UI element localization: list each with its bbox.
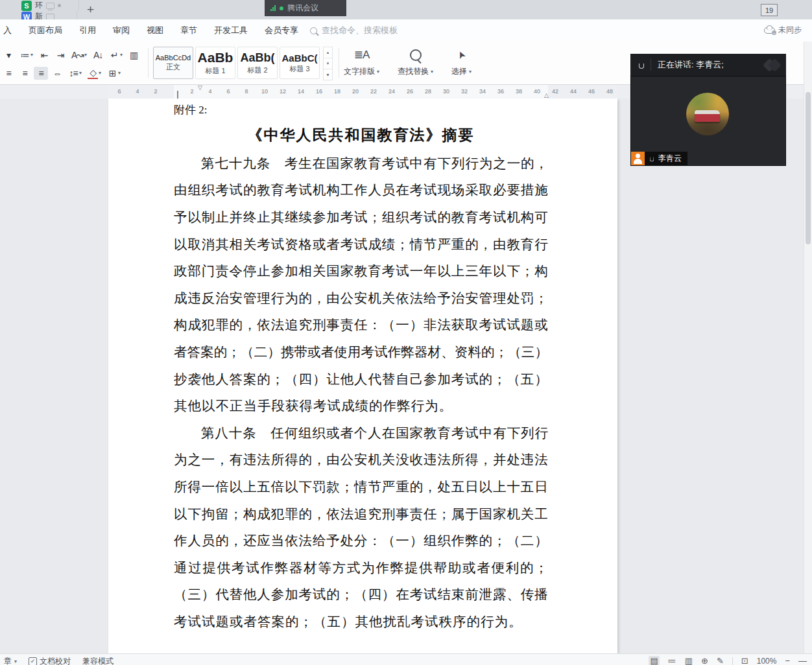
toolbar-button[interactable]: ≔ ▾ (18, 49, 35, 62)
more-fragment-icon: ▾ (3, 50, 14, 60)
style-sample: AaBbC( (282, 52, 318, 64)
gallery-arrow-icon[interactable]: ▼ (323, 69, 333, 80)
toolbar-button[interactable]: ▥ ▾ (126, 49, 141, 62)
ruler-tick-label: 18 (328, 85, 346, 99)
zoom-level[interactable]: 100% (757, 657, 777, 665)
toolbar-button[interactable]: ↵ ▾ (107, 49, 125, 62)
divider (732, 657, 733, 665)
ruler-tick-label: 12 (274, 85, 292, 99)
toolbar-button[interactable]: ≡ ▾ (1, 67, 16, 80)
ruler-tick-label: 6 (219, 85, 237, 99)
compatibility-mode: 兼容模式 (82, 656, 113, 665)
new-tab-button[interactable]: + (79, 0, 102, 19)
document-page[interactable]: 附件 2: 《中华人民共和国教育法》摘要 第七十九条 考生在国家教育考试中有下列… (108, 99, 617, 653)
menu-item[interactable]: 开发工具 (214, 25, 248, 36)
toolbar-button[interactable]: ▾ ▾ (1, 49, 16, 62)
document-canvas[interactable]: 附件 2: 《中华人民共和国教育法》摘要 第七十九条 考生在国家教育考试中有下列… (0, 99, 804, 653)
toolbar-button[interactable]: ≡ ▾ (18, 67, 32, 80)
ruler-tick-label: 20 (346, 85, 364, 99)
toolbar-button[interactable]: A↝ ▾ (69, 49, 89, 62)
fit-page-icon[interactable]: ⊡ (741, 656, 748, 665)
chevron-down-icon: ▾ (118, 70, 121, 76)
ruler-tick-label: 48 (601, 85, 619, 99)
numbered-list-icon: ≔ (19, 50, 30, 60)
style-preset[interactable]: AaBb( 标题 2 (237, 47, 278, 79)
book-view-icon[interactable]: ▥ (685, 656, 693, 665)
chevron-down-icon: ▾ (120, 52, 123, 58)
document-line: 成违反治安管理行为的，由公安机关依法给予治安管理处罚； (174, 285, 548, 312)
toolbar-button[interactable]: ⇔ ▾ (50, 67, 64, 80)
ruler-tick-label: 28 (419, 85, 437, 99)
toolbar-button[interactable]: ⊞ ▾ (105, 67, 123, 80)
page-view-icon[interactable]: ▤ (649, 656, 659, 665)
toolbar-button[interactable]: ⇥ ▾ (53, 49, 67, 62)
document-proofing[interactable]: ✓ 文档校对 (29, 656, 71, 665)
chevron-down-icon: ▾ (79, 70, 82, 76)
menu-item[interactable]: 视图 (147, 25, 163, 36)
chapter-navigation[interactable]: 章 ▾ (4, 656, 17, 665)
document-tab[interactable]: S 环 × (17, 0, 79, 11)
menu-item[interactable]: 页面布局 (29, 25, 62, 36)
style-gallery: AaBbCcDd 正文 AaBb 标题 1 AaBb( 标题 2 AaBbC( … (153, 47, 333, 80)
edit-pen-icon[interactable]: ✎ (717, 656, 724, 665)
increase-indent-icon: ⇥ (55, 50, 66, 60)
divider (651, 59, 651, 71)
toolbar-button[interactable]: ≡ ▾ (34, 67, 48, 80)
justify-icon: ≡ (36, 68, 46, 78)
sync-status[interactable]: 未同步 (764, 25, 802, 36)
sync-status-label: 未同步 (778, 25, 802, 36)
toolbar-button[interactable]: A↓ ▾ (91, 49, 105, 62)
zoom-slider[interactable]: — (798, 656, 807, 665)
person-icon (631, 152, 645, 165)
document-body: 第七十九条 考生在国家教育考试中有下列行为之一的，由组织考试的教育考试机构工作人… (174, 150, 548, 635)
menu-item[interactable]: 审阅 (113, 25, 130, 36)
style-preset[interactable]: AaBb 标题 1 (195, 47, 235, 79)
style-preset[interactable]: AaBbCcDd 正文 (153, 47, 193, 79)
document-title: 《中华人民共和国教育法》摘要 (174, 125, 548, 145)
vertical-scrollbar[interactable] (804, 41, 812, 653)
toolbar-button[interactable]: ⇤ ▾ (37, 49, 51, 62)
toolbar-big-button[interactable]: 文字排版 ▾ (344, 46, 379, 77)
gallery-scroll: ▴▾▼ (323, 47, 333, 80)
scrollbar-thumb[interactable] (806, 92, 811, 244)
align-right-icon: ≡ (19, 68, 30, 78)
toolbar-button[interactable]: ↕≡ ▾ (66, 67, 84, 80)
toolbar-big-button[interactable]: 选择 ▾ (451, 46, 472, 77)
toolbar-big-button[interactable]: 查找替换 ▾ (398, 46, 433, 77)
signal-icon (270, 5, 276, 11)
tencent-meeting-floating-bar[interactable]: 腾讯会议 (265, 0, 346, 16)
command-search[interactable]: 查找命令、搜索模板 (310, 25, 398, 36)
wps-writer-window: S 环 × W 新 × W 仅 × W 封 (0, 0, 812, 665)
shading-icon: ◇ (88, 67, 98, 79)
menu-item[interactable]: 入 (3, 25, 12, 36)
ruler-tick-label: 16 (310, 85, 328, 99)
menu-item[interactable]: 会员专享 (265, 25, 298, 36)
chevron-down-icon: ▾ (14, 659, 17, 664)
outline-view-icon[interactable]: ≔ (668, 656, 676, 665)
meeting-speaker-bar[interactable]: 正在讲话: 李青云; (630, 54, 786, 76)
ribbon-menu-bar: 入页面布局引用审阅视图章节开发工具会员专享 查找命令、搜索模板 (0, 19, 812, 41)
line-spacing-icon: ↕≡ (68, 68, 78, 78)
meeting-video-tile[interactable]: 李青云 (630, 76, 786, 166)
document-line: 由组织考试的教育考试机构工作人员在考试现场采取必要措施 (174, 177, 548, 204)
ruler-tick-label: 26 (401, 85, 419, 99)
left-indent-marker[interactable] (171, 91, 177, 99)
web-view-icon[interactable]: ⊕ (701, 656, 708, 665)
toolbar-button[interactable]: ◇ ▾ (86, 66, 103, 80)
ruler-tick-label: 8 (237, 85, 256, 99)
document-line: 作人员的，还应当依法给予处分：（一）组织作弊的；（二） (174, 527, 548, 554)
right-indent-marker[interactable]: △ (544, 93, 549, 99)
ruler-tick-label: 6 (110, 85, 128, 99)
menu-item[interactable]: 章节 (180, 25, 197, 36)
ruler-tick-label: 36 (492, 85, 510, 99)
first-line-indent-marker[interactable]: ▽ (198, 85, 202, 91)
meeting-bar-label: 腾讯会议 (287, 3, 318, 14)
tab-count-badge[interactable]: 19 (761, 4, 778, 16)
chevron-down-icon: ▾ (30, 52, 33, 58)
gallery-arrow-icon[interactable]: ▾ (323, 58, 333, 69)
gallery-arrow-icon[interactable]: ▴ (323, 47, 333, 58)
style-name: 标题 1 (205, 66, 225, 76)
style-preset[interactable]: AaBbC( 标题 3 (280, 47, 320, 79)
zoom-out-button[interactable]: − (785, 656, 790, 665)
menu-item[interactable]: 引用 (79, 25, 96, 36)
